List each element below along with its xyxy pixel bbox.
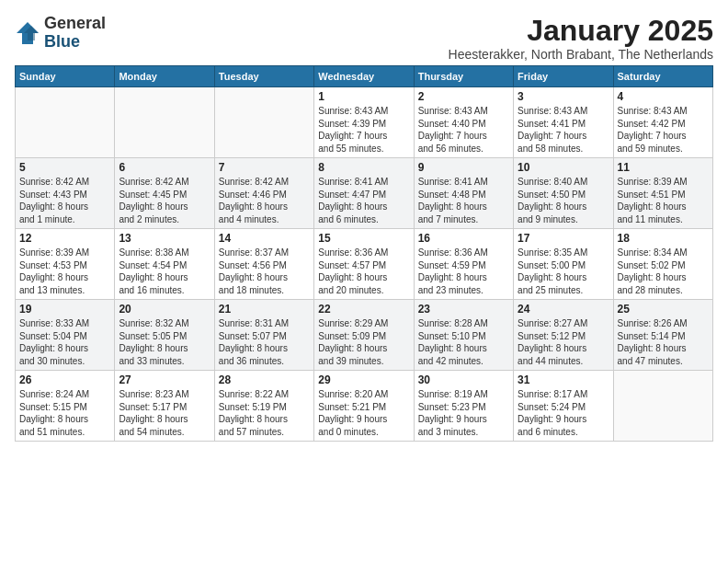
day-info: Sunrise: 8:41 AM Sunset: 4:48 PM Dayligh… [418,176,509,225]
calendar-cell: 18Sunrise: 8:34 AM Sunset: 5:02 PM Dayli… [613,229,712,300]
day-info: Sunrise: 8:38 AM Sunset: 4:54 PM Dayligh… [119,247,210,296]
calendar-cell: 7Sunrise: 8:42 AM Sunset: 4:46 PM Daylig… [214,158,313,229]
day-number: 5 [19,161,110,174]
weekday-header-wednesday: Wednesday [314,66,414,87]
day-number: 10 [518,161,609,174]
day-number: 23 [418,303,509,316]
day-info: Sunrise: 8:41 AM Sunset: 4:47 PM Dayligh… [318,176,409,225]
day-info: Sunrise: 8:33 AM Sunset: 5:04 PM Dayligh… [19,317,110,367]
calendar-cell [613,371,712,442]
day-number: 8 [318,161,409,174]
day-info: Sunrise: 8:28 AM Sunset: 5:10 PM Dayligh… [418,317,509,367]
calendar-cell: 24Sunrise: 8:27 AM Sunset: 5:12 PM Dayli… [514,300,613,371]
day-number: 19 [19,303,110,316]
calendar-cell: 20Sunrise: 8:32 AM Sunset: 5:05 PM Dayli… [115,300,214,371]
day-info: Sunrise: 8:35 AM Sunset: 5:00 PM Dayligh… [518,247,609,296]
calendar-cell: 1Sunrise: 8:43 AM Sunset: 4:39 PM Daylig… [314,87,414,158]
day-info: Sunrise: 8:42 AM Sunset: 4:43 PM Dayligh… [19,176,110,225]
day-number: 6 [119,161,210,174]
day-info: Sunrise: 8:39 AM Sunset: 4:53 PM Dayligh… [19,247,110,296]
day-number: 30 [418,373,509,386]
day-info: Sunrise: 8:26 AM Sunset: 5:14 PM Dayligh… [618,317,709,367]
logo-blue-text: Blue [44,32,80,51]
logo: General Blue [15,15,106,52]
calendar-cell: 15Sunrise: 8:36 AM Sunset: 4:57 PM Dayli… [314,229,414,300]
calendar-cell: 6Sunrise: 8:42 AM Sunset: 4:45 PM Daylig… [115,158,214,229]
day-info: Sunrise: 8:43 AM Sunset: 4:42 PM Dayligh… [618,105,709,155]
calendar-cell: 11Sunrise: 8:39 AM Sunset: 4:51 PM Dayli… [613,158,712,229]
calendar-cell: 25Sunrise: 8:26 AM Sunset: 5:14 PM Dayli… [613,300,712,371]
day-info: Sunrise: 8:23 AM Sunset: 5:17 PM Dayligh… [119,388,210,438]
calendar-cell [115,87,214,158]
day-number: 4 [618,90,709,103]
day-info: Sunrise: 8:36 AM Sunset: 4:59 PM Dayligh… [418,247,509,296]
calendar-cell: 17Sunrise: 8:35 AM Sunset: 5:00 PM Dayli… [514,229,613,300]
day-number: 13 [119,232,210,245]
day-info: Sunrise: 8:19 AM Sunset: 5:23 PM Dayligh… [418,388,509,438]
calendar-cell: 23Sunrise: 8:28 AM Sunset: 5:10 PM Dayli… [414,300,513,371]
day-number: 7 [219,161,310,174]
calendar-cell: 29Sunrise: 8:20 AM Sunset: 5:21 PM Dayli… [314,371,414,442]
day-number: 28 [219,373,310,386]
calendar-cell [16,87,115,158]
day-info: Sunrise: 8:20 AM Sunset: 5:21 PM Dayligh… [318,388,409,438]
calendar-cell: 10Sunrise: 8:40 AM Sunset: 4:50 PM Dayli… [514,158,613,229]
calendar-cell: 30Sunrise: 8:19 AM Sunset: 5:23 PM Dayli… [414,371,513,442]
day-number: 11 [618,161,709,174]
title-area: January 2025 Heesterakker, North Brabant… [449,15,713,62]
weekday-header-friday: Friday [514,66,613,87]
calendar-cell: 13Sunrise: 8:38 AM Sunset: 4:54 PM Dayli… [115,229,214,300]
weekday-header-tuesday: Tuesday [214,66,313,87]
logo-icon [15,20,40,46]
calendar-cell: 19Sunrise: 8:33 AM Sunset: 5:04 PM Dayli… [16,300,115,371]
calendar-cell: 27Sunrise: 8:23 AM Sunset: 5:17 PM Dayli… [115,371,214,442]
calendar-cell: 21Sunrise: 8:31 AM Sunset: 5:07 PM Dayli… [214,300,313,371]
calendar-cell: 8Sunrise: 8:41 AM Sunset: 4:47 PM Daylig… [314,158,414,229]
calendar-cell: 16Sunrise: 8:36 AM Sunset: 4:59 PM Dayli… [414,229,513,300]
day-number: 22 [318,303,409,316]
day-info: Sunrise: 8:42 AM Sunset: 4:46 PM Dayligh… [219,176,310,225]
day-info: Sunrise: 8:32 AM Sunset: 5:05 PM Dayligh… [119,317,210,367]
day-info: Sunrise: 8:24 AM Sunset: 5:15 PM Dayligh… [19,388,110,438]
calendar-cell: 26Sunrise: 8:24 AM Sunset: 5:15 PM Dayli… [16,371,115,442]
day-number: 18 [618,232,709,245]
calendar-cell: 22Sunrise: 8:29 AM Sunset: 5:09 PM Dayli… [314,300,414,371]
day-number: 25 [618,303,709,316]
calendar-cell: 12Sunrise: 8:39 AM Sunset: 4:53 PM Dayli… [16,229,115,300]
day-number: 16 [418,232,509,245]
calendar: SundayMondayTuesdayWednesdayThursdayFrid… [15,65,713,442]
day-info: Sunrise: 8:22 AM Sunset: 5:19 PM Dayligh… [219,388,310,438]
day-number: 2 [418,90,509,103]
day-info: Sunrise: 8:43 AM Sunset: 4:41 PM Dayligh… [518,105,609,155]
day-number: 21 [219,303,310,316]
day-info: Sunrise: 8:27 AM Sunset: 5:12 PM Dayligh… [518,317,609,367]
day-info: Sunrise: 8:42 AM Sunset: 4:45 PM Dayligh… [119,176,210,225]
day-number: 9 [418,161,509,174]
calendar-cell: 28Sunrise: 8:22 AM Sunset: 5:19 PM Dayli… [214,371,313,442]
day-info: Sunrise: 8:43 AM Sunset: 4:40 PM Dayligh… [418,105,509,155]
calendar-cell: 2Sunrise: 8:43 AM Sunset: 4:40 PM Daylig… [414,87,513,158]
calendar-cell: 5Sunrise: 8:42 AM Sunset: 4:43 PM Daylig… [16,158,115,229]
day-number: 29 [318,373,409,386]
weekday-header-sunday: Sunday [16,66,115,87]
weekday-header-saturday: Saturday [613,66,712,87]
day-info: Sunrise: 8:17 AM Sunset: 5:24 PM Dayligh… [518,388,609,438]
day-info: Sunrise: 8:40 AM Sunset: 4:50 PM Dayligh… [518,176,609,225]
day-number: 15 [318,232,409,245]
day-number: 17 [518,232,609,245]
calendar-cell: 14Sunrise: 8:37 AM Sunset: 4:56 PM Dayli… [214,229,313,300]
day-info: Sunrise: 8:31 AM Sunset: 5:07 PM Dayligh… [219,317,310,367]
day-info: Sunrise: 8:43 AM Sunset: 4:39 PM Dayligh… [318,105,409,155]
weekday-header-monday: Monday [115,66,214,87]
day-info: Sunrise: 8:37 AM Sunset: 4:56 PM Dayligh… [219,247,310,296]
day-number: 12 [19,232,110,245]
month-title: January 2025 [449,15,713,47]
calendar-cell: 3Sunrise: 8:43 AM Sunset: 4:41 PM Daylig… [514,87,613,158]
logo-general-text: General [44,14,106,32]
calendar-cell: 31Sunrise: 8:17 AM Sunset: 5:24 PM Dayli… [514,371,613,442]
location-title: Heesterakker, North Brabant, The Netherl… [449,47,713,62]
calendar-cell: 4Sunrise: 8:43 AM Sunset: 4:42 PM Daylig… [613,87,712,158]
day-number: 3 [518,90,609,103]
day-number: 26 [19,373,110,386]
day-number: 27 [119,373,210,386]
